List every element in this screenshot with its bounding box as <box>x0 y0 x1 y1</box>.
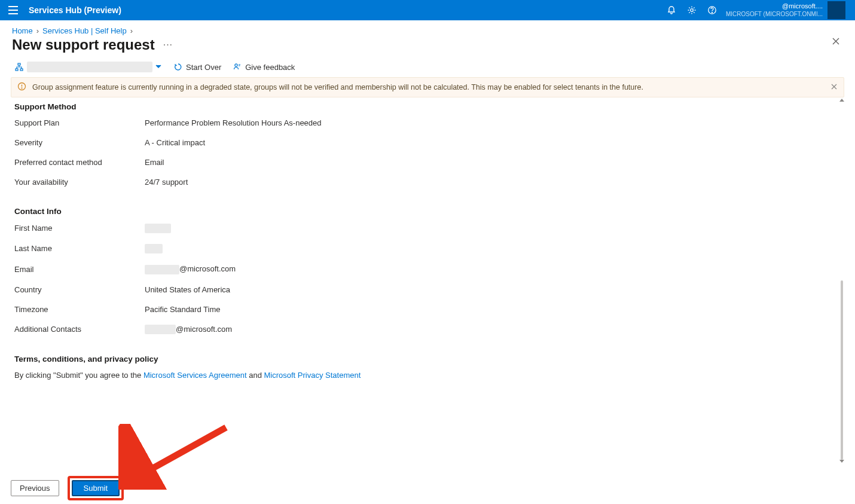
gear-icon[interactable] <box>682 0 702 20</box>
warning-icon <box>17 82 26 93</box>
svg-rect-7 <box>16 69 18 71</box>
account-tenant: MICROSOFT (MICROSOFT.ONMI... <box>726 10 823 18</box>
warning-banner: Group assignment feature is currently ru… <box>11 77 844 97</box>
give-feedback-button[interactable]: Give feedback <box>233 63 295 72</box>
close-icon[interactable] <box>831 36 841 48</box>
menu-icon[interactable] <box>0 0 26 20</box>
redacted-text <box>27 62 152 72</box>
breadcrumb-services[interactable]: Services Hub | Self Help <box>42 26 127 35</box>
svg-rect-6 <box>18 63 20 65</box>
field-timezone: Timezone Pacific Standard Time <box>14 305 844 314</box>
field-last-name: Last Name <box>14 244 844 254</box>
breadcrumb: Home › Services Hub | Self Help › <box>0 20 855 35</box>
link-privacy-statement[interactable]: Microsoft Privacy Statement <box>264 371 361 380</box>
scroll-thumb[interactable] <box>841 280 843 460</box>
breadcrumb-home[interactable]: Home <box>12 26 33 35</box>
more-icon[interactable]: ··· <box>163 39 173 50</box>
scope-dropdown[interactable] <box>15 62 162 72</box>
svg-point-9 <box>235 64 237 66</box>
field-additional-contacts: Additional Contacts @microsoft.com <box>14 325 844 335</box>
section-support-method: Support Method <box>14 102 844 111</box>
redacted-text <box>145 244 163 253</box>
give-feedback-label: Give feedback <box>245 63 295 72</box>
account-menu[interactable]: @microsoft.... MICROSOFT (MICROSOFT.ONMI… <box>722 0 849 20</box>
chevron-down-icon <box>155 63 162 72</box>
submit-button[interactable]: Submit <box>72 480 120 496</box>
field-support-plan: Support Plan Performance Problem Resolut… <box>14 118 844 127</box>
help-icon[interactable] <box>702 0 722 20</box>
page-title: New support request <box>12 36 155 53</box>
previous-button[interactable]: Previous <box>11 480 59 496</box>
svg-point-3 <box>691 9 694 12</box>
scroll-up-icon[interactable] <box>839 99 844 102</box>
footer-actions: Previous Submit <box>11 471 855 504</box>
toolbar: Start Over Give feedback <box>0 62 855 77</box>
redacted-text <box>145 325 176 334</box>
avatar <box>827 1 845 19</box>
svg-rect-2 <box>8 13 18 14</box>
form-content: Support Method Support Plan Performance … <box>14 101 844 380</box>
redacted-text <box>145 265 179 274</box>
svg-rect-0 <box>8 6 18 7</box>
svg-point-11 <box>22 88 22 88</box>
svg-rect-1 <box>8 10 18 11</box>
banner-close-icon[interactable] <box>830 83 838 92</box>
warning-text: Group assignment feature is currently ru… <box>32 83 643 91</box>
field-first-name: First Name <box>14 223 844 233</box>
notifications-icon[interactable] <box>661 0 682 20</box>
svg-rect-8 <box>20 69 23 71</box>
scroll-down-icon[interactable] <box>839 460 844 463</box>
section-terms: Terms, conditions, and privacy policy <box>14 355 844 364</box>
app-title: Services Hub (Preview) <box>29 5 121 15</box>
chevron-right-icon: › <box>36 26 39 35</box>
field-email: Email @microsoft.com <box>14 264 844 274</box>
chevron-right-icon: › <box>130 26 133 35</box>
terms-text: By clicking "Submit" you agree to the Mi… <box>14 371 844 380</box>
field-contact-method: Preferred contact method Email <box>14 158 844 167</box>
account-email: @microsoft.... <box>726 2 823 10</box>
redacted-text <box>145 224 171 233</box>
field-country: Country United States of America <box>14 285 844 294</box>
start-over-button[interactable]: Start Over <box>174 63 221 72</box>
link-services-agreement[interactable]: Microsoft Services Agreement <box>143 371 247 380</box>
field-availability: Your availability 24/7 support <box>14 178 844 187</box>
submit-highlight: Submit <box>68 476 124 500</box>
svg-point-5 <box>712 13 712 13</box>
field-severity: Severity A - Critical impact <box>14 138 844 147</box>
section-contact-info: Contact Info <box>14 207 844 216</box>
app-header: Services Hub (Preview) @microsoft.... MI… <box>0 0 855 20</box>
start-over-label: Start Over <box>186 63 221 72</box>
